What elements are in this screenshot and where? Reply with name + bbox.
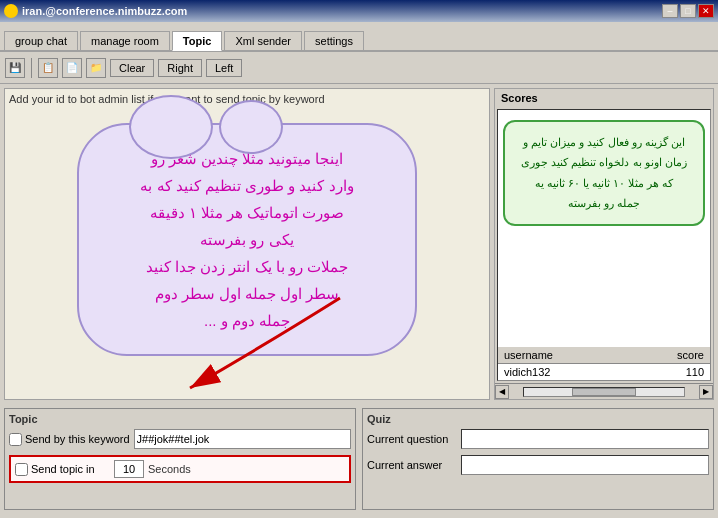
tab-bar: group chat manage room Topic Xml sender … — [0, 22, 718, 52]
current-question-label: Current question — [367, 433, 457, 445]
maximize-button[interactable]: □ — [680, 4, 696, 18]
scores-panel: Scores این گزینه رو فعال کنید و میزان تا… — [494, 88, 714, 400]
window-title: iran.@conference.nimbuzz.com — [22, 5, 187, 17]
right-button[interactable]: Right — [158, 59, 202, 77]
toolbar-icon-1[interactable]: 💾 — [5, 58, 25, 78]
quiz-section: Quiz Current question Current answer — [362, 408, 714, 510]
cloud-container: اینجا میتونید مثلا چندین شعر رو وارد کنی… — [15, 119, 479, 359]
window: iran.@conference.nimbuzz.com – □ ✕ group… — [0, 0, 718, 518]
keyword-row: Send by this keyword — [9, 429, 351, 449]
toolbar-separator — [31, 58, 32, 78]
topic-in-checkbox[interactable] — [15, 463, 28, 476]
tab-manage-room[interactable]: manage room — [80, 31, 170, 50]
current-question-input[interactable] — [461, 429, 709, 449]
toolbar-icon-2[interactable]: 📋 — [38, 58, 58, 78]
title-controls: – □ ✕ — [662, 4, 714, 18]
current-answer-label: Current answer — [367, 459, 457, 471]
keyword-label-text: Send by this keyword — [25, 433, 130, 445]
scores-title: Scores — [495, 89, 713, 107]
seconds-input[interactable] — [114, 460, 144, 478]
cloud-content: اینجا میتونید مثلا چندین شعر رو وارد کنی… — [140, 150, 353, 329]
scrollbar: ◀ ▶ — [495, 383, 713, 399]
left-button[interactable]: Left — [206, 59, 242, 77]
scroll-left-button[interactable]: ◀ — [495, 385, 509, 399]
toolbar-icon-3[interactable]: 📄 — [62, 58, 82, 78]
close-button[interactable]: ✕ — [698, 4, 714, 18]
tab-xml-sender[interactable]: Xml sender — [224, 31, 302, 50]
topic-section: Topic Send by this keyword Send topic in… — [4, 408, 356, 510]
cloud-text: اینجا میتونید مثلا چندین شعر رو وارد کنی… — [77, 123, 417, 356]
tab-settings[interactable]: settings — [304, 31, 364, 50]
col-score: score — [654, 349, 704, 361]
topic-in-label-text: Send topic in — [31, 463, 95, 475]
scroll-right-button[interactable]: ▶ — [699, 385, 713, 399]
seconds-label: Seconds — [148, 463, 191, 475]
bubble-content: این گزینه رو فعال کنید و میزان تایم و زم… — [521, 136, 686, 209]
bubble-tooltip: این گزینه رو فعال کنید و میزان تایم و زم… — [503, 120, 705, 226]
scrollbar-track[interactable] — [523, 387, 685, 397]
tab-topic[interactable]: Topic — [172, 31, 223, 51]
current-answer-input[interactable] — [461, 455, 709, 475]
username-cell: vidich132 — [504, 366, 654, 378]
app-icon — [4, 4, 18, 18]
minimize-button[interactable]: – — [662, 4, 678, 18]
col-username: username — [504, 349, 654, 361]
toolbar: 💾 📋 📄 📁 Clear Right Left — [0, 52, 718, 84]
clear-button[interactable]: Clear — [110, 59, 154, 77]
keyword-checkbox[interactable] — [9, 433, 22, 446]
scrollbar-thumb — [572, 388, 636, 396]
toolbar-icon-4[interactable]: 📁 — [86, 58, 106, 78]
current-question-row: Current question — [367, 429, 709, 449]
tab-group-chat[interactable]: group chat — [4, 31, 78, 50]
title-bar-left: iran.@conference.nimbuzz.com — [4, 4, 187, 18]
topic-section-label: Topic — [9, 413, 351, 425]
topic-in-label[interactable]: Send topic in — [15, 463, 110, 476]
quiz-section-label: Quiz — [367, 413, 709, 425]
main-area: Add your id to bot admin list if you wan… — [0, 84, 718, 404]
scores-body: vidich132 110 — [498, 364, 710, 380]
left-panel: Add your id to bot admin list if you wan… — [4, 88, 490, 400]
keyword-checkbox-label[interactable]: Send by this keyword — [9, 433, 130, 446]
score-cell: 110 — [654, 366, 704, 378]
table-row: vidich132 110 — [498, 364, 710, 380]
keyword-input[interactable] — [134, 429, 351, 449]
bottom-area: Topic Send by this keyword Send topic in… — [0, 404, 718, 514]
topic-in-row: Send topic in Seconds — [9, 455, 351, 483]
title-bar: iran.@conference.nimbuzz.com – □ ✕ — [0, 0, 718, 22]
current-answer-row: Current answer — [367, 455, 709, 475]
scores-header: username score — [498, 347, 710, 364]
